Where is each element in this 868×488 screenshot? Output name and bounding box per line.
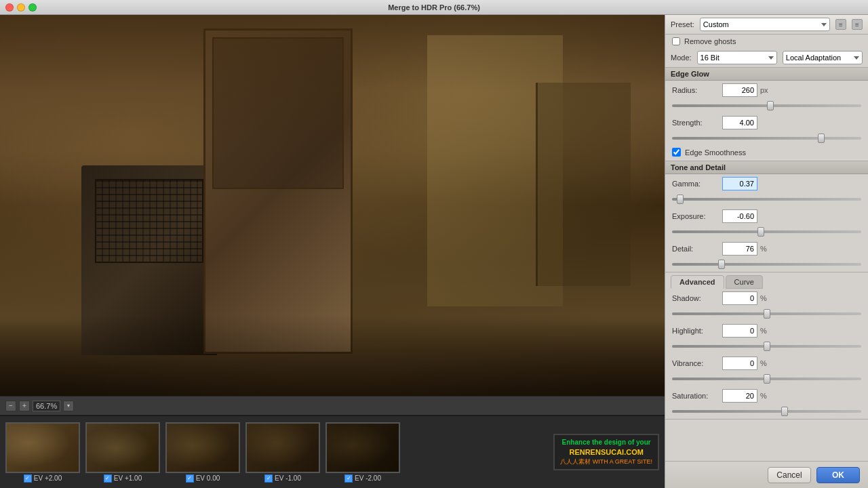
thumb-image-2	[165, 422, 240, 473]
thumbnail-0[interactable]: ✓ EV +2.00	[5, 422, 80, 483]
bit-depth-select[interactable]: 16 Bit	[697, 51, 777, 64]
highlight-slider[interactable]	[672, 345, 861, 348]
gamma-slider-row	[665, 193, 868, 207]
zoom-value[interactable]: 66.7%	[33, 401, 60, 411]
panel-menu-button[interactable]	[835, 19, 846, 30]
tone-detail-header: Tone and Detail	[665, 161, 868, 174]
shadow-input[interactable]	[722, 291, 757, 305]
image-area: − + 66.7% ▾ ✓ EV +2.00 ✓	[0, 15, 665, 488]
vibrance-slider[interactable]	[672, 378, 861, 380]
vibrance-input[interactable]	[722, 357, 757, 370]
thumb-image-4	[326, 422, 400, 473]
panel-menu-button-2[interactable]	[852, 19, 863, 30]
mode-label: Mode:	[671, 54, 692, 62]
thumb-check-0[interactable]: ✓	[24, 474, 32, 483]
strength-slider[interactable]	[672, 137, 861, 140]
main-image	[0, 15, 665, 396]
highlight-unit: %	[760, 327, 771, 335]
saturation-row: Saturation: %	[665, 386, 868, 405]
gamma-slider[interactable]	[672, 198, 861, 201]
thumb-check-2[interactable]: ✓	[186, 474, 194, 483]
edge-smoothness-checkbox[interactable]	[672, 148, 681, 157]
window-title: Merge to HDR Pro (66.7%)	[388, 3, 480, 12]
radius-slider-row	[665, 100, 868, 113]
gamma-label: Gamma:	[672, 180, 719, 188]
right-panel: Preset: Custom Remove ghosts Mode: 16 Bi…	[665, 15, 868, 488]
thumb-image-3	[245, 422, 320, 473]
thumbnail-3[interactable]: ✓ EV -1.00	[245, 422, 320, 483]
gamma-row: Gamma:	[665, 174, 868, 193]
maximize-button[interactable]	[28, 3, 37, 12]
strength-row: Strength:	[665, 113, 868, 132]
thumb-check-3[interactable]: ✓	[264, 474, 273, 483]
gamma-input[interactable]	[722, 177, 757, 190]
cancel-button[interactable]: Cancel	[768, 467, 811, 483]
thumb-label-1: ✓ EV +1.00	[104, 474, 142, 483]
thumb-check-1[interactable]: ✓	[104, 474, 112, 483]
saturation-label: Saturation:	[672, 392, 719, 400]
zoom-dropdown[interactable]: ▾	[63, 401, 74, 411]
preset-label: Preset:	[671, 20, 694, 28]
saturation-slider-row	[665, 405, 868, 419]
zoom-in-button[interactable]: +	[19, 401, 30, 411]
thumb-image-0	[5, 422, 80, 473]
shadow-unit: %	[760, 294, 771, 302]
watermark: Enhance the design of your RENRENSUCAI.C…	[553, 434, 659, 470]
advanced-section: Shadow: % Highlight: % V	[665, 289, 868, 420]
detail-slider-row	[665, 258, 868, 272]
remove-ghosts-checkbox[interactable]	[672, 37, 680, 45]
edge-glow-section: Edge Glow Radius: px Strength:	[665, 68, 868, 161]
shadow-slider-row	[665, 308, 868, 321]
thumb-check-4[interactable]: ✓	[344, 474, 353, 483]
detail-label: Detail:	[672, 245, 719, 253]
thumb-label-0: ✓ EV +2.00	[24, 474, 62, 483]
mode-method-select[interactable]: Local Adaptation	[783, 51, 863, 64]
vibrance-row: Vibrance: %	[665, 354, 868, 373]
highlight-input[interactable]	[722, 324, 757, 338]
shadow-slider[interactable]	[672, 312, 861, 315]
tone-detail-section: Tone and Detail Gamma: Exposure:	[665, 161, 868, 272]
highlight-row: Highlight: %	[665, 321, 868, 340]
exposure-input[interactable]	[722, 209, 757, 223]
window-buttons	[5, 3, 37, 12]
zoom-out-button[interactable]: −	[5, 401, 16, 411]
exposure-row: Exposure:	[665, 207, 868, 226]
saturation-slider[interactable]	[672, 410, 861, 413]
edge-smoothness-label: Edge Smoothness	[685, 148, 746, 157]
tab-curve[interactable]: Curve	[726, 275, 763, 289]
highlight-label: Highlight:	[672, 327, 719, 335]
saturation-input[interactable]	[722, 389, 757, 403]
panel-scroll: Edge Glow Radius: px Strength:	[665, 68, 868, 461]
detail-row: Detail: %	[665, 239, 868, 258]
detail-input[interactable]	[722, 242, 757, 256]
thumbnails-strip: ✓ EV +2.00 ✓ EV +1.00 ✓ EV 0	[0, 415, 665, 488]
shadow-row: Shadow: %	[665, 289, 868, 308]
mode-row: Mode: 16 Bit Local Adaptation	[665, 48, 868, 68]
strength-input[interactable]	[722, 116, 757, 129]
tab-advanced[interactable]: Advanced	[671, 275, 724, 289]
thumbnail-4[interactable]: ✓ EV -2.00	[326, 422, 400, 483]
vibrance-slider-row	[665, 373, 868, 386]
thumb-image-1	[85, 422, 160, 473]
radius-input[interactable]	[722, 83, 757, 97]
detail-slider[interactable]	[672, 263, 861, 266]
edge-glow-header: Edge Glow	[665, 68, 868, 81]
thumbnail-1[interactable]: ✓ EV +1.00	[85, 422, 160, 483]
advanced-curve-tabs: Advanced Curve	[665, 272, 868, 289]
minimize-button[interactable]	[17, 3, 25, 12]
thumb-label-3: ✓ EV -1.00	[264, 474, 301, 483]
thumbnail-2[interactable]: ✓ EV 0.00	[165, 422, 240, 483]
shadow-label: Shadow:	[672, 294, 719, 302]
strength-label: Strength:	[672, 119, 719, 127]
preset-select[interactable]: Custom	[700, 18, 830, 31]
highlight-slider-row	[665, 340, 868, 354]
ok-button[interactable]: OK	[816, 467, 860, 483]
preset-row: Preset: Custom	[665, 15, 868, 35]
close-button[interactable]	[5, 3, 14, 12]
radius-slider[interactable]	[672, 104, 861, 107]
exposure-slider[interactable]	[672, 230, 861, 233]
saturation-unit: %	[760, 392, 771, 400]
vibrance-unit: %	[760, 359, 771, 367]
thumb-label-4: ✓ EV -2.00	[344, 474, 381, 483]
edge-smoothness-row: Edge Smoothness	[665, 146, 868, 161]
